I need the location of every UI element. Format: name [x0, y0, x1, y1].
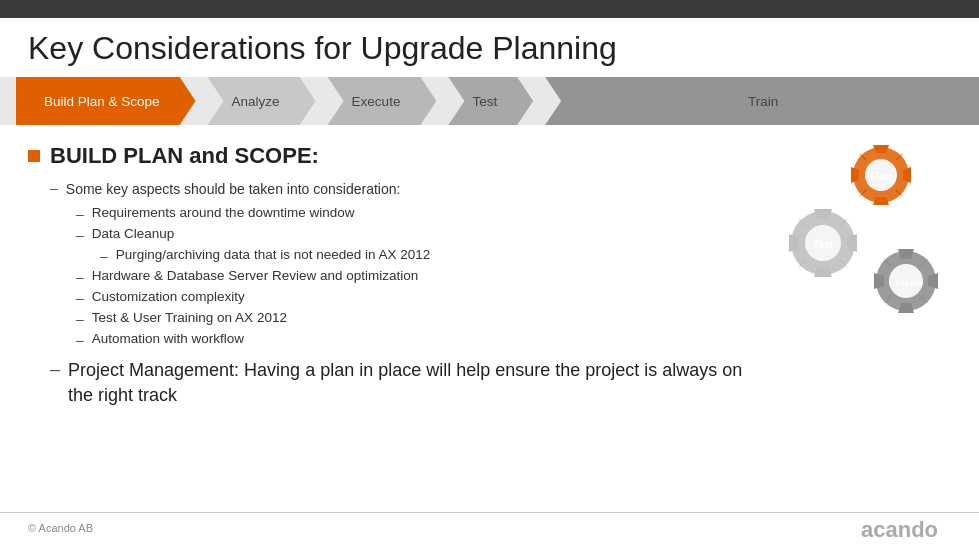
tab-execute[interactable]: Execute [316, 77, 437, 125]
dash-5: – [76, 311, 84, 327]
bullet-2: Data Cleanup [92, 226, 175, 241]
tab-analyze-label: Analyze [232, 94, 280, 109]
dash-intro: – [50, 180, 58, 196]
svg-text:acando: acando [861, 517, 938, 542]
top-bar [0, 0, 979, 18]
tab-train-label: Train [748, 94, 778, 109]
tab-analyze[interactable]: Analyze [196, 77, 316, 125]
dash-purge: – [100, 248, 108, 264]
dash-4: – [76, 290, 84, 306]
big-point-text: Project Management: Having a plan in pla… [68, 358, 751, 408]
list-item: – Hardware & Database Server Review and … [76, 268, 751, 285]
tab-test[interactable]: Test [436, 77, 533, 125]
dash-3: – [76, 269, 84, 285]
footer: © Acando AB acando [0, 512, 979, 543]
diagram-svg: Plan Test [751, 133, 951, 333]
orange-bullet [28, 150, 40, 162]
bullet-5: Test & User Training on AX 2012 [92, 310, 287, 325]
list-item: – Data Cleanup [76, 226, 751, 243]
list-item: – Automation with workflow [76, 331, 751, 348]
logo-area: acando [861, 513, 951, 543]
svg-text:Plan: Plan [870, 171, 891, 182]
dash-1: – [76, 206, 84, 222]
intro-item: – Some key aspects should be taken into … [50, 179, 751, 199]
list-item: – Purging/archiving data that is not nee… [100, 247, 751, 264]
list-item: – Test & User Training on AX 2012 [76, 310, 751, 327]
dash-6: – [76, 332, 84, 348]
tab-test-label: Test [472, 94, 497, 109]
bullet-4: Customization complexity [92, 289, 245, 304]
tab-build-label: Build Plan & Scope [44, 94, 160, 109]
list-item: – Customization complexity [76, 289, 751, 306]
svg-text:Execute: Execute [889, 278, 924, 288]
intro-text: Some key aspects should be taken into co… [66, 179, 401, 199]
list-item: – Requirements around the downtime windo… [76, 205, 751, 222]
big-point: – Project Management: Having a plan in p… [50, 358, 751, 408]
svg-text:Test: Test [813, 239, 833, 250]
bullet-6: Automation with workflow [92, 331, 244, 346]
logo-icon: acando [861, 513, 951, 543]
nav-tabs: Build Plan & Scope Analyze Execute Test … [0, 77, 979, 125]
section-header: BUILD PLAN and SCOPE: [28, 143, 751, 169]
content-left: BUILD PLAN and SCOPE: – Some key aspects… [28, 143, 751, 409]
diagram-area: Plan Test [751, 133, 951, 333]
copyright-text: © Acando AB [28, 522, 93, 534]
dash-2: – [76, 227, 84, 243]
main-content: BUILD PLAN and SCOPE: – Some key aspects… [0, 125, 979, 417]
tab-execute-label: Execute [352, 94, 401, 109]
tab-build-plan-scope[interactable]: Build Plan & Scope [16, 77, 196, 125]
tab-train[interactable]: Train [533, 77, 979, 125]
dash-big: – [50, 359, 60, 380]
bullet-1: Requirements around the downtime window [92, 205, 355, 220]
bullet-3: Hardware & Database Server Review and op… [92, 268, 418, 283]
bullet-purge: Purging/archiving data that is not neede… [116, 247, 430, 262]
section-title: BUILD PLAN and SCOPE: [50, 143, 319, 169]
page-title: Key Considerations for Upgrade Planning [0, 18, 979, 77]
